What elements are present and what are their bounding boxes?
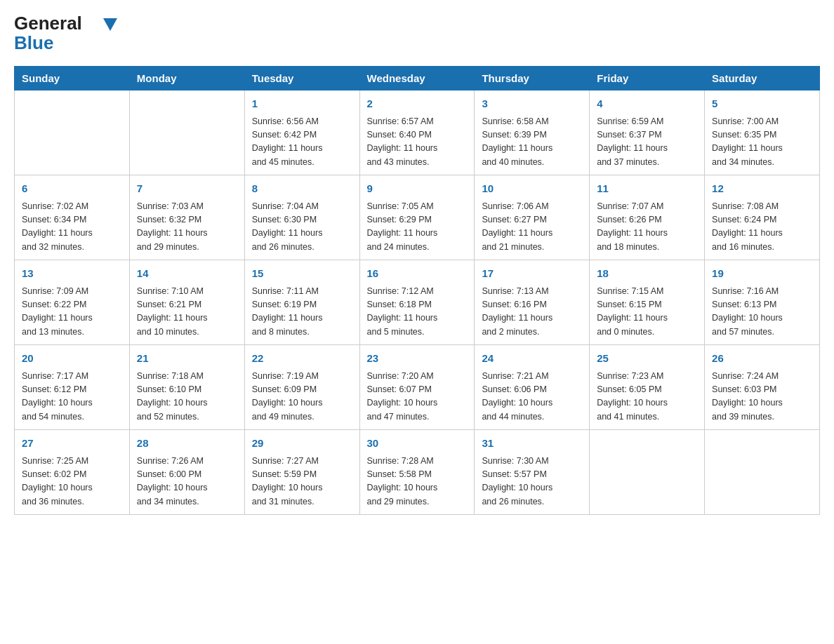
- week-row-2: 6Sunrise: 7:02 AMSunset: 6:34 PMDaylight…: [15, 175, 820, 260]
- day-info: Sunrise: 6:59 AMSunset: 6:37 PMDaylight:…: [597, 115, 697, 170]
- day-info: Sunrise: 7:24 AMSunset: 6:03 PMDaylight:…: [712, 370, 812, 424]
- calendar-cell: 20Sunrise: 7:17 AMSunset: 6:12 PMDayligh…: [15, 345, 130, 430]
- calendar-cell: 31Sunrise: 7:30 AMSunset: 5:57 PMDayligh…: [475, 430, 590, 515]
- day-number: 6: [22, 181, 122, 197]
- calendar-cell: 13Sunrise: 7:09 AMSunset: 6:22 PMDayligh…: [15, 260, 130, 345]
- day-info: Sunrise: 7:05 AMSunset: 6:29 PMDaylight:…: [367, 200, 468, 255]
- calendar-cell: [129, 90, 244, 175]
- week-row-3: 13Sunrise: 7:09 AMSunset: 6:22 PMDayligh…: [15, 260, 820, 345]
- calendar-cell: 28Sunrise: 7:26 AMSunset: 6:00 PMDayligh…: [129, 430, 244, 515]
- calendar-cell: 27Sunrise: 7:25 AMSunset: 6:02 PMDayligh…: [15, 430, 130, 515]
- calendar-cell: 8Sunrise: 7:04 AMSunset: 6:30 PMDaylight…: [244, 175, 359, 260]
- day-number: 24: [482, 351, 582, 367]
- calendar-cell: [15, 90, 130, 175]
- day-info: Sunrise: 7:28 AMSunset: 5:58 PMDaylight:…: [367, 455, 468, 509]
- calendar-cell: 4Sunrise: 6:59 AMSunset: 6:37 PMDaylight…: [590, 90, 705, 175]
- logo-line1: General: [14, 14, 117, 34]
- day-number: 12: [712, 181, 812, 197]
- weekday-header-row: SundayMondayTuesdayWednesdayThursdayFrid…: [15, 67, 820, 90]
- day-info: Sunrise: 7:20 AMSunset: 6:07 PMDaylight:…: [367, 370, 468, 424]
- calendar-table: SundayMondayTuesdayWednesdayThursdayFrid…: [14, 66, 820, 515]
- day-number: 10: [482, 181, 582, 197]
- day-number: 21: [137, 351, 237, 367]
- day-number: 27: [22, 436, 122, 452]
- logo-blue-text: Blue: [14, 34, 53, 52]
- day-number: 19: [712, 266, 812, 282]
- svg-marker-0: [103, 18, 117, 31]
- calendar-cell: 19Sunrise: 7:16 AMSunset: 6:13 PMDayligh…: [705, 260, 820, 345]
- day-info: Sunrise: 6:57 AMSunset: 6:40 PMDaylight:…: [367, 115, 468, 170]
- day-info: Sunrise: 7:17 AMSunset: 6:12 PMDaylight:…: [22, 370, 122, 424]
- weekday-header-wednesday: Wednesday: [359, 67, 475, 90]
- day-number: 11: [597, 181, 697, 197]
- week-row-4: 20Sunrise: 7:17 AMSunset: 6:12 PMDayligh…: [15, 345, 820, 430]
- calendar-cell: 12Sunrise: 7:08 AMSunset: 6:24 PMDayligh…: [705, 175, 820, 260]
- calendar-cell: 6Sunrise: 7:02 AMSunset: 6:34 PMDaylight…: [15, 175, 130, 260]
- day-info: Sunrise: 7:30 AMSunset: 5:57 PMDaylight:…: [482, 455, 582, 509]
- weekday-header-monday: Monday: [129, 67, 244, 90]
- calendar-cell: 1Sunrise: 6:56 AMSunset: 6:42 PMDaylight…: [244, 90, 359, 175]
- calendar-cell: 17Sunrise: 7:13 AMSunset: 6:16 PMDayligh…: [475, 260, 590, 345]
- day-info: Sunrise: 7:21 AMSunset: 6:06 PMDaylight:…: [482, 370, 582, 424]
- day-info: Sunrise: 7:11 AMSunset: 6:19 PMDaylight:…: [252, 285, 352, 340]
- calendar-cell: [590, 430, 705, 515]
- day-number: 9: [367, 181, 468, 197]
- calendar-cell: 25Sunrise: 7:23 AMSunset: 6:05 PMDayligh…: [590, 345, 705, 430]
- calendar-cell: 5Sunrise: 7:00 AMSunset: 6:35 PMDaylight…: [705, 90, 820, 175]
- day-number: 23: [367, 351, 468, 367]
- calendar-cell: 7Sunrise: 7:03 AMSunset: 6:32 PMDaylight…: [129, 175, 244, 260]
- calendar-cell: 11Sunrise: 7:07 AMSunset: 6:26 PMDayligh…: [590, 175, 705, 260]
- calendar-cell: 15Sunrise: 7:11 AMSunset: 6:19 PMDayligh…: [244, 260, 359, 345]
- day-info: Sunrise: 7:04 AMSunset: 6:30 PMDaylight:…: [252, 200, 352, 255]
- page-header: General Blue: [14, 14, 820, 52]
- calendar-cell: 2Sunrise: 6:57 AMSunset: 6:40 PMDaylight…: [359, 90, 475, 175]
- calendar-cell: [705, 430, 820, 515]
- day-number: 3: [482, 96, 582, 112]
- day-info: Sunrise: 7:06 AMSunset: 6:27 PMDaylight:…: [482, 200, 582, 255]
- calendar-cell: 26Sunrise: 7:24 AMSunset: 6:03 PMDayligh…: [705, 345, 820, 430]
- day-info: Sunrise: 7:19 AMSunset: 6:09 PMDaylight:…: [252, 370, 352, 424]
- calendar-cell: 29Sunrise: 7:27 AMSunset: 5:59 PMDayligh…: [244, 430, 359, 515]
- day-number: 22: [252, 351, 352, 367]
- day-number: 28: [137, 436, 237, 452]
- day-info: Sunrise: 7:23 AMSunset: 6:05 PMDaylight:…: [597, 370, 697, 424]
- calendar-cell: 21Sunrise: 7:18 AMSunset: 6:10 PMDayligh…: [129, 345, 244, 430]
- calendar-cell: 9Sunrise: 7:05 AMSunset: 6:29 PMDaylight…: [359, 175, 475, 260]
- day-number: 17: [482, 266, 582, 282]
- day-number: 14: [137, 266, 237, 282]
- day-info: Sunrise: 7:10 AMSunset: 6:21 PMDaylight:…: [137, 285, 237, 340]
- day-info: Sunrise: 7:03 AMSunset: 6:32 PMDaylight:…: [137, 200, 237, 255]
- day-number: 16: [367, 266, 468, 282]
- weekday-header-tuesday: Tuesday: [244, 67, 359, 90]
- calendar-cell: 22Sunrise: 7:19 AMSunset: 6:09 PMDayligh…: [244, 345, 359, 430]
- logo: General Blue: [14, 14, 117, 52]
- calendar-cell: 24Sunrise: 7:21 AMSunset: 6:06 PMDayligh…: [475, 345, 590, 430]
- day-info: Sunrise: 7:07 AMSunset: 6:26 PMDaylight:…: [597, 200, 697, 255]
- weekday-header-thursday: Thursday: [475, 67, 590, 90]
- calendar-cell: 14Sunrise: 7:10 AMSunset: 6:21 PMDayligh…: [129, 260, 244, 345]
- day-info: Sunrise: 6:56 AMSunset: 6:42 PMDaylight:…: [252, 115, 352, 170]
- week-row-5: 27Sunrise: 7:25 AMSunset: 6:02 PMDayligh…: [15, 430, 820, 515]
- day-number: 4: [597, 96, 697, 112]
- day-info: Sunrise: 7:08 AMSunset: 6:24 PMDaylight:…: [712, 200, 812, 255]
- day-number: 7: [137, 181, 237, 197]
- day-info: Sunrise: 7:18 AMSunset: 6:10 PMDaylight:…: [137, 370, 237, 424]
- day-info: Sunrise: 7:00 AMSunset: 6:35 PMDaylight:…: [712, 115, 812, 170]
- day-number: 15: [252, 266, 352, 282]
- day-number: 13: [22, 266, 122, 282]
- day-number: 8: [252, 181, 352, 197]
- day-number: 30: [367, 436, 468, 452]
- calendar-cell: 3Sunrise: 6:58 AMSunset: 6:39 PMDaylight…: [475, 90, 590, 175]
- weekday-header-friday: Friday: [590, 67, 705, 90]
- day-number: 26: [712, 351, 812, 367]
- day-info: Sunrise: 7:26 AMSunset: 6:00 PMDaylight:…: [137, 455, 237, 509]
- day-info: Sunrise: 7:25 AMSunset: 6:02 PMDaylight:…: [22, 455, 122, 509]
- day-number: 29: [252, 436, 352, 452]
- day-info: Sunrise: 7:09 AMSunset: 6:22 PMDaylight:…: [22, 285, 122, 340]
- logo-text: General Blue: [14, 14, 117, 52]
- calendar-cell: 30Sunrise: 7:28 AMSunset: 5:58 PMDayligh…: [359, 430, 475, 515]
- day-info: Sunrise: 6:58 AMSunset: 6:39 PMDaylight:…: [482, 115, 582, 170]
- day-info: Sunrise: 7:02 AMSunset: 6:34 PMDaylight:…: [22, 200, 122, 255]
- weekday-header-saturday: Saturday: [705, 67, 820, 90]
- day-info: Sunrise: 7:13 AMSunset: 6:16 PMDaylight:…: [482, 285, 582, 340]
